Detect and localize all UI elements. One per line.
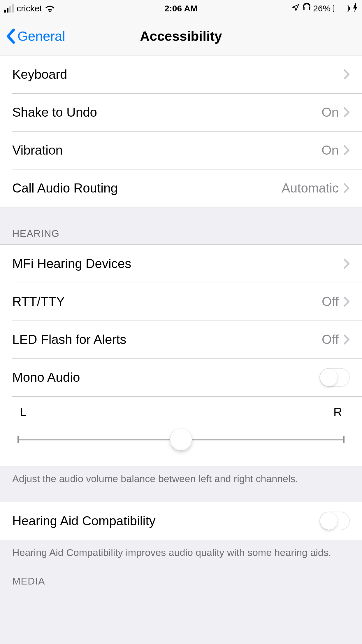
row-value: Off bbox=[322, 294, 339, 309]
chevron-right-icon bbox=[343, 145, 350, 155]
row-label: Shake to Undo bbox=[12, 105, 321, 120]
row-label: LED Flash for Alerts bbox=[12, 332, 322, 347]
row-rtt-tty[interactable]: RTT/TTY Off bbox=[0, 283, 362, 321]
group-hearing: MFi Hearing Devices RTT/TTY Off LED Flas… bbox=[0, 244, 362, 466]
section-header-hearing: HEARING bbox=[0, 207, 362, 244]
battery-icon bbox=[333, 5, 350, 12]
status-bar: cricket 2:06 AM 26% bbox=[0, 0, 362, 17]
status-time: 2:06 AM bbox=[122, 4, 240, 13]
balance-left-label: L bbox=[20, 405, 27, 419]
chevron-right-icon bbox=[343, 107, 350, 118]
row-value: On bbox=[321, 105, 339, 120]
row-value: On bbox=[321, 143, 339, 158]
row-shake-to-undo[interactable]: Shake to Undo On bbox=[0, 93, 362, 131]
row-call-audio-routing[interactable]: Call Audio Routing Automatic bbox=[0, 169, 362, 207]
row-mono-audio: Mono Audio bbox=[0, 358, 362, 396]
group-hac: Hearing Aid Compatibility bbox=[0, 502, 362, 540]
audio-balance-slider[interactable] bbox=[17, 431, 345, 448]
row-audio-balance: L R bbox=[0, 396, 362, 466]
nav-bar: General Accessibility bbox=[0, 17, 362, 55]
row-label: Mono Audio bbox=[12, 370, 319, 385]
cell-signal-icon bbox=[4, 4, 14, 13]
battery-percent: 26% bbox=[313, 4, 331, 13]
mono-audio-switch[interactable] bbox=[319, 368, 350, 387]
row-value: Off bbox=[322, 332, 339, 347]
row-led-flash[interactable]: LED Flash for Alerts Off bbox=[0, 321, 362, 358]
chevron-left-icon bbox=[6, 29, 15, 44]
headphones-icon bbox=[302, 3, 311, 14]
section-footer-balance: Adjust the audio volume balance between … bbox=[0, 466, 362, 486]
row-mfi-hearing-devices[interactable]: MFi Hearing Devices bbox=[0, 245, 362, 283]
row-label: RTT/TTY bbox=[12, 294, 322, 309]
back-button[interactable]: General bbox=[6, 28, 65, 44]
slider-thumb[interactable] bbox=[170, 429, 192, 450]
chevron-right-icon bbox=[343, 183, 350, 193]
chevron-right-icon bbox=[343, 258, 350, 269]
chevron-right-icon bbox=[343, 69, 350, 80]
row-label: MFi Hearing Devices bbox=[12, 256, 343, 271]
chevron-right-icon bbox=[343, 296, 350, 307]
row-value: Automatic bbox=[282, 181, 339, 195]
row-label: Call Audio Routing bbox=[12, 181, 282, 195]
location-icon bbox=[291, 4, 300, 14]
section-footer-hac: Hearing Aid Compatibility improves audio… bbox=[0, 540, 362, 559]
carrier-label: cricket bbox=[17, 4, 42, 13]
charging-icon bbox=[353, 3, 358, 14]
group-interaction: Keyboard Shake to Undo On Vibration On C… bbox=[0, 55, 362, 207]
row-vibration[interactable]: Vibration On bbox=[0, 131, 362, 169]
row-label: Keyboard bbox=[12, 67, 343, 82]
hac-switch[interactable] bbox=[319, 512, 350, 530]
row-label: Vibration bbox=[12, 143, 321, 158]
row-keyboard[interactable]: Keyboard bbox=[0, 55, 362, 93]
row-label: Hearing Aid Compatibility bbox=[12, 514, 319, 528]
row-hearing-aid-compatibility: Hearing Aid Compatibility bbox=[0, 502, 362, 540]
balance-right-label: R bbox=[333, 405, 342, 419]
chevron-right-icon bbox=[343, 334, 350, 345]
section-header-media: MEDIA bbox=[0, 559, 362, 592]
wifi-icon bbox=[45, 5, 55, 12]
back-label: General bbox=[17, 28, 65, 44]
